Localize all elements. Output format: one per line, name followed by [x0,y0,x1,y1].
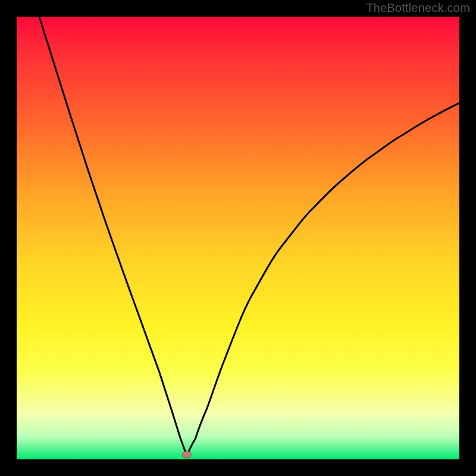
watermark-text: TheBottleneck.com [366,1,470,15]
minimum-marker [182,451,192,458]
curve-svg [17,17,459,459]
chart-frame: TheBottleneck.com [0,0,476,476]
curve-path [39,17,459,456]
plot-area [17,17,459,459]
